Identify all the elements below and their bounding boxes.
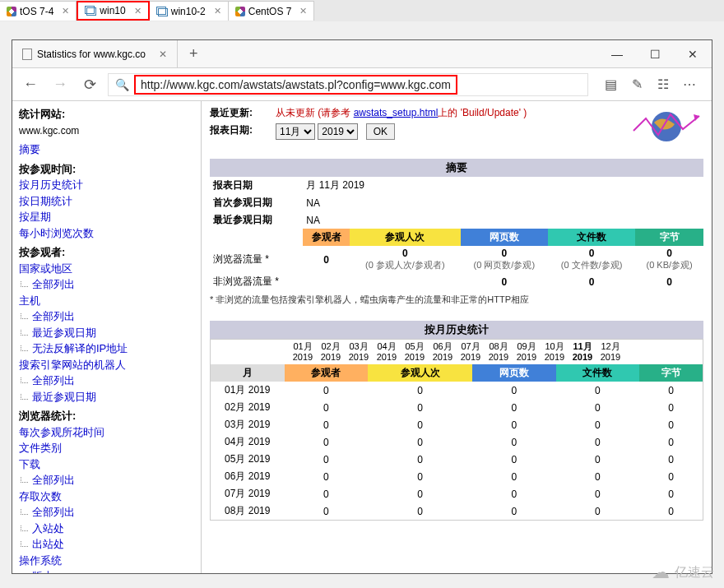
meta-value: 月 11月 2019	[303, 177, 703, 194]
notes-icon[interactable]: ✎	[629, 77, 644, 92]
sidebar-item[interactable]: 全部列出	[19, 504, 194, 521]
sidebar-item[interactable]: 操作系统	[19, 553, 194, 569]
summary-meta-row: 最近参观日期NA	[210, 211, 703, 229]
sidebar-item[interactable]: 入站处	[19, 521, 194, 537]
browser-tab[interactable]: Statistics for www.kgc.co ✕	[12, 40, 178, 67]
meta-label: 最近参观日期	[210, 211, 303, 229]
sub-visits: (0 参观人次/参观者)	[365, 260, 445, 270]
close-icon[interactable]: ✕	[134, 6, 142, 16]
mcol-bytes: 字节	[639, 364, 703, 382]
sidebar-item[interactable]: 出站处	[19, 536, 194, 553]
val-visits: 0	[402, 248, 408, 259]
sub-files: (0 文件数/参观)	[561, 260, 623, 270]
sidebar-item[interactable]: 搜索引擎网站的机器人	[19, 357, 194, 373]
ok-button[interactable]: OK	[366, 123, 395, 140]
monthly-table: 01月201902月201903月201904月201905月201906月20…	[210, 339, 703, 521]
close-icon[interactable]: ✕	[299, 6, 307, 16]
monthly-value: 0	[368, 382, 472, 399]
browser-window: Statistics for www.kgc.co ✕ + — ☐ ✕ ← → …	[12, 39, 712, 574]
sidebar-item[interactable]: 最近参观日期	[19, 325, 194, 341]
new-tab-button[interactable]: +	[178, 45, 210, 63]
sidebar-item[interactable]: 文件类别	[19, 440, 194, 456]
month-label: 10月2019	[541, 341, 569, 363]
report-date-label: 报表日期:	[210, 123, 276, 140]
month-cell: 04月 2019	[211, 433, 285, 451]
vm-tab[interactable]: win10✕	[77, 1, 149, 21]
vm-tab[interactable]: CentOS 7✕	[229, 1, 315, 21]
monthly-value: 0	[556, 433, 640, 451]
sidebar-group-title: 按参观者:	[19, 244, 194, 261]
summary-header: 摘要	[210, 159, 703, 177]
nb-files: 0	[589, 276, 595, 288]
monthly-value: 0	[472, 468, 556, 485]
refresh-button[interactable]: ⟳	[78, 73, 101, 96]
val-bytes: 0	[666, 248, 672, 259]
sidebar-item[interactable]: 最近参观日期	[19, 389, 194, 405]
address-bar[interactable]: 🔍 http://www.kgc.com/awstats/awstats.pl?…	[108, 73, 588, 96]
month-select[interactable]: 11月	[276, 123, 315, 140]
mcol-files: 文件数	[556, 364, 640, 382]
forward-button: →	[49, 73, 72, 96]
monthly-value: 0	[556, 382, 640, 399]
close-icon[interactable]: ✕	[214, 6, 221, 16]
monthly-value: 0	[556, 416, 640, 433]
sidebar-item[interactable]: 全部列出	[19, 373, 194, 389]
monthly-value: 0	[285, 468, 369, 485]
val-files: 0	[589, 248, 595, 259]
sidebar-item[interactable]: 按日期统计	[19, 193, 194, 210]
more-icon[interactable]: ⋯	[682, 77, 697, 92]
close-icon[interactable]: ✕	[159, 49, 167, 60]
monthly-row: 08月 201900000	[211, 502, 703, 521]
centos-icon	[235, 7, 245, 16]
back-button[interactable]: ←	[19, 73, 42, 96]
sidebar-item[interactable]: 全部列出	[19, 472, 194, 488]
close-button[interactable]: ✕	[674, 40, 712, 68]
month-cell: 06月 2019	[211, 468, 285, 485]
sidebar-item[interactable]: 全部列出	[19, 308, 194, 325]
sidebar-item[interactable]: 国家或地区	[19, 261, 194, 277]
vm-tab[interactable]: tOS 7-4✕	[0, 1, 77, 21]
monthly-value: 0	[472, 433, 556, 451]
main-panel: 最近更新: 从未更新 (请参考 awstats_setup.html上的 'Bu…	[202, 101, 712, 573]
sidebar-item[interactable]: 全部列出	[19, 276, 194, 293]
reading-view-icon[interactable]: ▤	[603, 77, 618, 92]
hub-icon[interactable]: ☷	[656, 77, 671, 92]
close-icon[interactable]: ✕	[62, 6, 69, 16]
monthly-value: 0	[556, 451, 640, 468]
monthly-header: 按月历史统计	[210, 321, 703, 339]
month-label: 08月2019	[485, 341, 513, 363]
awstats-setup-link[interactable]: awstats_setup.html	[354, 107, 439, 118]
mcol-pages: 网页数	[472, 364, 556, 382]
month-cell: 07月 2019	[211, 485, 285, 502]
sidebar-item[interactable]: 下载	[19, 456, 194, 473]
monthly-row: 04月 201900000	[211, 433, 703, 451]
page-icon	[22, 49, 32, 60]
minimize-button[interactable]: —	[598, 40, 636, 68]
search-icon: 🔍	[115, 78, 129, 91]
summary-table: 报表日期月 11月 2019首次参观日期NA最近参观日期NA 参观者 参观人次 …	[210, 177, 703, 290]
sidebar-item[interactable]: 每次参观所花时间	[19, 424, 194, 441]
sidebar-item[interactable]: 按星期	[19, 209, 194, 225]
maximize-button[interactable]: ☐	[636, 40, 674, 68]
mcol-visitors: 参观者	[285, 364, 369, 382]
monthly-row: 07月 201900000	[211, 485, 703, 502]
sidebar-item[interactable]: 版本	[19, 568, 194, 573]
val-visitors: 0	[323, 254, 329, 266]
val-pages: 0	[501, 248, 507, 259]
sidebar-item[interactable]: 无法反解译的IP地址	[19, 340, 194, 357]
vm-tab[interactable]: win10-2✕	[150, 1, 229, 21]
meta-value: NA	[303, 211, 703, 229]
sidebar-item[interactable]: 主机	[19, 293, 194, 309]
monthly-value: 0	[472, 485, 556, 502]
monthly-value: 0	[472, 416, 556, 433]
monthly-row: 03月 201900000	[211, 416, 703, 433]
sidebar: 统计网站: www.kgc.com 摘要按参观时间:按月历史统计按日期统计按星期…	[12, 101, 202, 573]
sidebar-item[interactable]: 每小时浏览次数	[19, 225, 194, 242]
report-date-controls: 11月 2019 OK	[276, 123, 395, 140]
year-select[interactable]: 2019	[318, 123, 358, 140]
sidebar-group-title[interactable]: 摘要	[19, 141, 194, 158]
sidebar-item[interactable]: 按月历史统计	[19, 177, 194, 193]
last-update-prefix: 从未更新 (请参考	[276, 107, 354, 118]
sidebar-item[interactable]: 存取次数	[19, 488, 194, 505]
monthly-value: 0	[285, 502, 369, 521]
